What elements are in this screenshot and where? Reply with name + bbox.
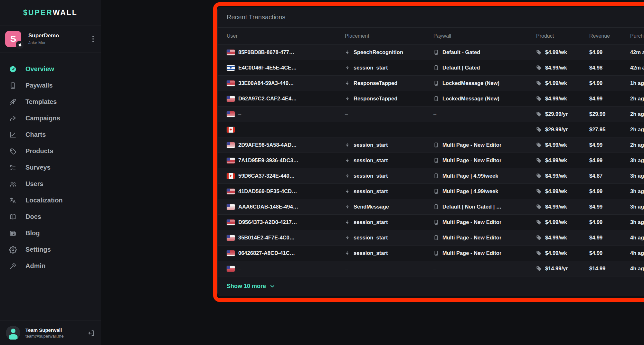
user-id: D9564373-A2D0-4217… — [238, 219, 297, 225]
transaction-row[interactable]: – – – $29.99/yr $27.95 2h ago Renewal — [218, 122, 644, 137]
placement-value: session_start — [354, 142, 388, 148]
purchased-value: 3h ago — [630, 204, 644, 210]
transaction-row[interactable]: 06426827-A8CD-41C… session_start Multi P… — [218, 245, 644, 261]
user-cell: E4C0D46F-4E5E-4CE… — [227, 65, 345, 71]
transaction-row[interactable]: E4C0D46F-4E5E-4CE… session_start Default… — [218, 60, 644, 75]
workspace-meta: SuperDemo Jake Mor — [28, 33, 59, 45]
product-cell: $29.99/yr — [536, 111, 589, 117]
users-icon — [9, 180, 17, 188]
sidebar-item-label: Campaigns — [25, 115, 60, 122]
transaction-row[interactable]: 35B014E2-4F7E-4C0… session_start Multi P… — [218, 230, 644, 245]
paywall-value: – — [433, 111, 436, 117]
sidebar-item-paywalls[interactable]: Paywalls — [0, 77, 101, 94]
paywall-value: Multi Page - New Editor — [442, 157, 501, 163]
product-cell: $4.99/wk — [536, 49, 589, 55]
logout-icon[interactable] — [87, 329, 95, 337]
placement-value: session_start — [354, 235, 388, 241]
transactions-table-body: 85F0BD8B-8678-477… SpeechRecognition Def… — [218, 44, 644, 276]
product-value: $4.99/wk — [545, 219, 567, 225]
event-bolt-icon — [345, 235, 350, 240]
paywall-cell: Default | Gated — [433, 65, 536, 71]
user-id: 2D9AFE98-5A58-4AD… — [238, 142, 297, 148]
placement-value: session_start — [354, 219, 388, 225]
transaction-row[interactable]: D62A97C2-CAF2-4E4… ResponseTapped Locked… — [218, 91, 644, 106]
transaction-row[interactable]: 33E00A84-59A3-449… ResponseTapped Locked… — [218, 75, 644, 91]
revenue-cell: $27.95 — [589, 126, 630, 133]
sidebar-item-overview[interactable]: Overview — [0, 61, 101, 77]
product-tag-icon — [536, 204, 542, 210]
transaction-row[interactable]: 59D6CA37-324E-440… session_start Multi P… — [218, 168, 644, 183]
transaction-row[interactable]: – – – $29.99/yr $29.99 2h ago Renewal — [218, 106, 644, 122]
sidebar-item-label: Settings — [25, 246, 51, 253]
workspace-menu-button[interactable] — [90, 34, 96, 44]
sidebar-item-charts[interactable]: Charts — [0, 126, 101, 143]
workspace-initial: S — [10, 34, 16, 44]
transaction-row[interactable]: AAA6CDAB-148E-494… SendMessage Default |… — [218, 199, 644, 214]
event-bolt-icon — [345, 96, 350, 101]
event-bolt-icon — [345, 143, 350, 148]
sidebar-item-users[interactable]: Users — [0, 176, 101, 192]
product-tag-icon — [536, 235, 542, 240]
account-avatar — [6, 326, 20, 340]
paywall-phone-icon — [433, 158, 439, 163]
revenue-value: $4.87 — [589, 173, 602, 179]
transaction-row[interactable]: 7A1D95E9-3936-4DC3… session_start Multi … — [218, 153, 644, 168]
news-icon — [9, 229, 17, 237]
purchased-value: 4h ago — [630, 250, 644, 256]
placement-cell: session_start — [345, 65, 433, 71]
transaction-row[interactable]: 41DAD569-DF35-4CD… session_start Multi P… — [218, 183, 644, 199]
sidebar-item-settings[interactable]: Settings — [0, 241, 101, 258]
sidebar-item-surveys[interactable]: Surveys — [0, 159, 101, 176]
sidebar-item-templates[interactable]: Templates — [0, 94, 101, 110]
gear-icon — [9, 246, 17, 254]
product-cell: $4.99/wk — [536, 80, 589, 86]
chart-icon — [9, 131, 17, 139]
paywall-value: LockedMessage (New) — [442, 96, 499, 102]
paywall-cell: – — [433, 111, 536, 117]
chevron-down-icon — [269, 283, 276, 289]
paywall-value: – — [433, 266, 436, 272]
revenue-value: $4.99 — [589, 204, 602, 210]
user-id: – — [238, 126, 241, 133]
placement-value: – — [345, 266, 348, 272]
us-flag-icon — [227, 50, 235, 55]
product-tag-icon — [536, 266, 542, 271]
placement-value: session_start — [354, 157, 388, 163]
sidebar-item-docs[interactable]: Docs — [0, 209, 101, 225]
revenue-cell: $4.87 — [589, 173, 630, 179]
user-id: 06426827-A8CD-41C… — [238, 250, 295, 256]
revenue-cell: $4.99 — [589, 235, 630, 241]
column-header-purchased: Purchased — [630, 33, 644, 39]
paywall-cell: LockedMessage (New) — [433, 96, 536, 102]
transaction-row[interactable]: 85F0BD8B-8678-477… SpeechRecognition Def… — [218, 44, 644, 60]
account-section[interactable]: Team Superwall team@superwall.me — [0, 321, 101, 345]
product-value: $4.99/wk — [545, 235, 567, 241]
user-cell: 06426827-A8CD-41C… — [227, 250, 345, 256]
placement-value: – — [345, 111, 348, 117]
show-more-label: Show 10 more — [227, 283, 266, 290]
transaction-row[interactable]: – – – $14.99/yr $14.99 4h ago Renewal — [218, 261, 644, 276]
paywall-cell: Multi Page - New Editor — [433, 142, 536, 148]
purchased-cell: 42m ago — [630, 49, 644, 55]
sidebar-item-products[interactable]: Products — [0, 143, 101, 159]
purchased-cell: 3h ago — [630, 173, 644, 179]
purchased-value: 42m ago — [630, 49, 644, 55]
placement-value: session_start — [354, 65, 388, 71]
user-id: – — [238, 111, 241, 117]
paywall-cell: LockedMessage (New) — [433, 80, 536, 86]
workspace-switcher[interactable]: S SuperDemo Jake Mor — [0, 25, 101, 52]
us-flag-icon — [227, 158, 235, 163]
sidebar-item-admin[interactable]: Admin — [0, 258, 101, 274]
placement-cell: session_start — [345, 142, 433, 148]
il-flag-icon — [227, 65, 235, 71]
transaction-row[interactable]: 2D9AFE98-5A58-4AD… session_start Multi P… — [218, 137, 644, 153]
transaction-row[interactable]: D9564373-A2D0-4217… session_start Multi … — [218, 214, 644, 230]
sidebar-item-localization[interactable]: Localization — [0, 192, 101, 209]
sidebar-item-campaigns[interactable]: Campaigns — [0, 110, 101, 126]
sidebar-item-blog[interactable]: Blog — [0, 225, 101, 241]
paywall-value: Multi Page | 4.99/week — [442, 188, 498, 194]
us-flag-icon — [227, 219, 235, 225]
placement-value: SpeechRecognition — [354, 49, 403, 55]
show-more-button[interactable]: Show 10 more — [218, 276, 644, 296]
sidebar-item-label: Localization — [25, 197, 63, 204]
